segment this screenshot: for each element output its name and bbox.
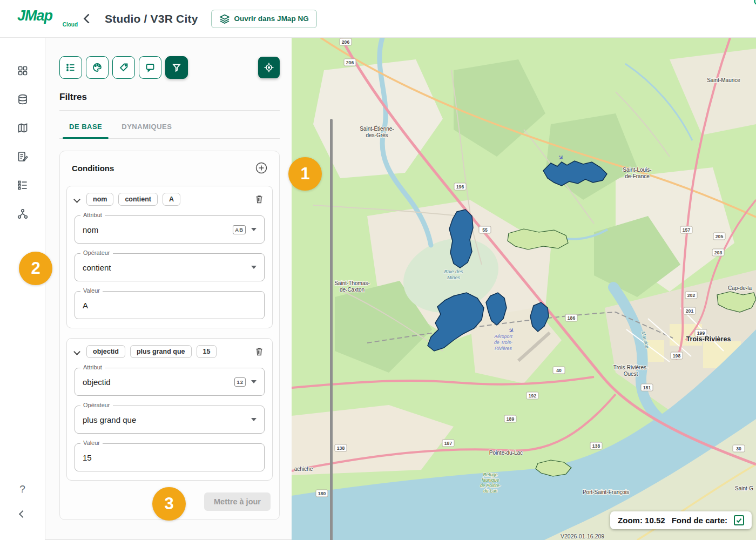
nav-map-icon[interactable] — [11, 113, 35, 142]
route-shield: 55 — [479, 226, 491, 233]
chevron-down-icon — [251, 380, 256, 383]
panel-scrollbar[interactable] — [330, 119, 333, 540]
nav-apps-icon[interactable] — [11, 56, 35, 85]
route-shield: 186 — [565, 314, 577, 321]
cloud-icon — [753, 0, 756, 6]
valeur-input[interactable]: Valeur A — [75, 291, 265, 319]
open-jmap-ng-button[interactable]: Ouvrir dans JMap NG — [211, 10, 317, 28]
chevron-down-icon[interactable] — [73, 348, 80, 355]
attribut-label: Attribut — [80, 212, 105, 218]
route-shield: 187 — [442, 440, 454, 447]
route-shield: 203 — [712, 249, 724, 256]
route-shield: 189 — [504, 415, 516, 422]
operateur-value: contient — [83, 263, 111, 272]
condition-chip: A — [163, 193, 180, 206]
route-shield: 138 — [590, 442, 602, 449]
valeur-input[interactable]: Valeur 15 — [75, 443, 265, 471]
condition-chip: plus grand que — [130, 345, 192, 358]
annotation-marker-3: 3 — [152, 487, 186, 521]
svg-text:201: 201 — [686, 308, 694, 314]
svg-text:138: 138 — [592, 443, 600, 449]
logo-text: JMap — [17, 10, 52, 22]
map-label: Saint-Maurice — [707, 77, 740, 83]
route-shield: 201 — [684, 307, 696, 314]
update-button[interactable]: Mettre à jour — [204, 492, 271, 511]
attribut-select[interactable]: Attribut nom AB — [75, 215, 265, 244]
nav-database-icon[interactable] — [11, 85, 35, 113]
zoom-level: Zoom: 10.52 — [618, 516, 665, 525]
type-badge-text: AB — [233, 225, 246, 234]
svg-text:187: 187 — [444, 441, 453, 446]
svg-text:55: 55 — [482, 227, 488, 233]
svg-text:198: 198 — [673, 353, 681, 359]
svg-text:189: 189 — [507, 416, 515, 422]
svg-text:30: 30 — [736, 446, 741, 451]
map-label: des-Grès — [366, 132, 388, 138]
condition-chip: 15 — [197, 345, 217, 358]
route-shield: 192 — [526, 392, 538, 399]
map-label: Aéroport — [494, 334, 512, 339]
nav-checklist-icon[interactable] — [11, 171, 35, 199]
map-label: Port-Saint-François — [583, 489, 629, 495]
svg-text:192: 192 — [529, 393, 537, 399]
zoom-to-selection-button[interactable] — [258, 57, 280, 78]
check-icon — [735, 517, 742, 524]
jmap-studio-app: JMap Cloud Studio / V3R City Ouvrir dans… — [0, 0, 756, 540]
svg-text:205: 205 — [716, 234, 724, 239]
back-button[interactable] — [79, 10, 97, 28]
map-canvas[interactable]: ✈ ✈ — [292, 38, 756, 540]
jmap-logo[interactable]: JMap Cloud — [10, 10, 69, 28]
version-text: V2026-01-16.209 — [561, 533, 604, 539]
list-view-button[interactable] — [59, 56, 82, 79]
basemap-checkbox[interactable] — [734, 515, 744, 525]
map-status-overlay: Zoom: 10.52 Fond de carte: — [610, 511, 752, 529]
condition-chip: contient — [118, 193, 158, 206]
route-shield: 30 — [733, 445, 745, 452]
svg-text:157: 157 — [683, 227, 691, 233]
type-badge-text: 12 — [234, 377, 246, 387]
tab-dynamiques[interactable]: DYNAMIQUES — [112, 113, 181, 138]
attribut-value: nom — [83, 225, 98, 234]
svg-text:203: 203 — [714, 250, 723, 255]
svg-text:206: 206 — [346, 60, 354, 65]
divider — [59, 110, 280, 111]
collapse-panel-button[interactable] — [11, 503, 35, 525]
chevron-down-icon[interactable] — [73, 196, 80, 203]
map-label: de-Caxton — [340, 287, 364, 293]
route-shield: 157 — [680, 226, 692, 233]
map-label: Trois-Rivières- — [613, 364, 649, 370]
style-palette-button[interactable] — [86, 56, 109, 79]
filter-tabs: DE BASE DYNAMIQUES — [59, 113, 280, 139]
operateur-select[interactable]: Opérateur contient — [75, 253, 265, 281]
map-label: faunique — [482, 477, 499, 483]
delete-condition-button[interactable] — [254, 346, 265, 357]
help-button[interactable]: ? — [19, 475, 25, 503]
map-label: Ouest — [624, 371, 638, 377]
conditions-section: Conditions nom contient A — [59, 151, 280, 520]
map-label: Pointe-du-Lac — [489, 450, 523, 456]
map-label: Mines — [447, 275, 461, 280]
delete-condition-button[interactable] — [254, 194, 265, 205]
nav-hierarchy-icon[interactable] — [11, 199, 35, 228]
map-label: Saint-Louis- — [623, 167, 651, 173]
layers-icon — [219, 14, 230, 24]
attribut-select[interactable]: Attribut objectid 12 — [75, 368, 265, 396]
route-shield: 40 — [553, 367, 565, 374]
svg-text:180: 180 — [318, 491, 326, 496]
svg-text:138: 138 — [337, 446, 345, 451]
map-label: de-France — [625, 173, 650, 179]
tag-button[interactable] — [112, 56, 135, 79]
comment-button[interactable] — [139, 56, 161, 79]
nav-form-edit-icon[interactable] — [11, 142, 35, 171]
filter-button[interactable] — [165, 56, 188, 79]
map-label: du-Lac — [483, 488, 497, 494]
condition-chip: nom — [86, 193, 113, 206]
map-label: Saint-Étienne- — [360, 125, 394, 132]
basemap-label: Fond de carte: — [672, 516, 727, 525]
route-shield: 181 — [641, 384, 653, 391]
tab-de-base[interactable]: DE BASE — [59, 113, 112, 138]
route-shield: 196 — [454, 183, 466, 190]
operateur-select[interactable]: Opérateur plus grand que — [75, 406, 265, 434]
add-condition-button[interactable] — [254, 161, 268, 175]
page-title: Studio / V3R City — [105, 12, 198, 25]
